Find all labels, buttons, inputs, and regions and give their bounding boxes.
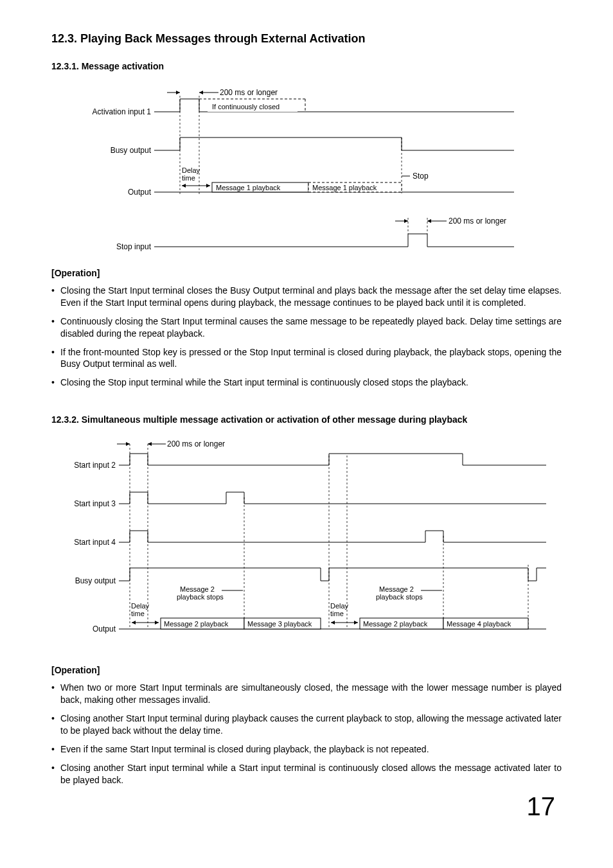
operation-heading-2: [Operation] — [51, 665, 562, 675]
label-time-2a: time — [131, 610, 145, 617]
label-time-2b: time — [330, 610, 344, 617]
label-cont-closed: If continuously closed — [212, 103, 280, 111]
label-start-input-4: Start input 4 — [74, 538, 116, 547]
label-200ms-d2: 200 ms or longer — [167, 439, 225, 448]
bullet-text: Even if the same Start Input terminal is… — [60, 743, 562, 756]
label-time-1: time — [182, 174, 195, 182]
bullet-text: Closing the Start Input terminal closes … — [60, 285, 562, 309]
bullet-text: Closing another Start input terminal whi… — [60, 762, 562, 786]
label-msg2-stops-a: Message 2 — [180, 585, 215, 593]
bullet-text: When two or more Start Input terminals a… — [60, 682, 562, 706]
label-delay-2a: Delay — [131, 602, 150, 610]
label-busy-output-1: Busy output — [111, 146, 152, 155]
label-start-input-2: Start input 2 — [74, 461, 116, 470]
subsection-2-title: 12.3.2. Simultaneous multiple message ac… — [51, 414, 562, 425]
document-page: 12.3. Playing Back Messages through Exte… — [0, 0, 613, 834]
label-output-1: Output — [128, 188, 152, 197]
subsection-1-title: 12.3.1. Message activation — [51, 61, 562, 71]
diagram-2: 200 ms or longer Start input 2 Start inp… — [51, 436, 562, 642]
bullet-text: Closing another Start Input terminal dur… — [60, 713, 562, 737]
label-msg2-stops-a2: playback stops — [177, 593, 224, 601]
section-title: 12.3. Playing Back Messages through Exte… — [51, 32, 562, 46]
page-number: 17 — [51, 792, 562, 821]
label-stop-input: Stop input — [116, 242, 152, 251]
label-start-input-3: Start input 3 — [74, 499, 116, 508]
bullet-text: If the front-mounted Stop key is pressed… — [60, 346, 562, 371]
label-delay-1: Delay — [182, 166, 200, 174]
label-delay-2b: Delay — [330, 602, 349, 610]
bullets-2: •When two or more Start Input terminals … — [51, 682, 562, 786]
label-msg4: Message 4 playback — [447, 620, 511, 628]
label-busy-output-2: Busy output — [75, 576, 116, 585]
label-200ms-1: 200 ms or longer — [220, 88, 278, 97]
label-msg3: Message 3 playback — [247, 620, 312, 628]
diagram-1: 200 ms or longer Activation input 1 If c… — [51, 83, 562, 256]
label-200ms-2: 200 ms or longer — [449, 217, 506, 226]
bullet-text: Continuously closing the Start Input ter… — [60, 315, 562, 340]
label-msg2-stops-b: Message 2 — [379, 585, 414, 593]
bullets-1: •Closing the Start Input terminal closes… — [51, 285, 562, 389]
operation-heading-1: [Operation] — [51, 268, 562, 278]
label-msg2b: Message 2 playback — [363, 620, 428, 628]
label-output-2: Output — [93, 624, 116, 633]
label-msg2-stops-b2: playback stops — [376, 593, 423, 601]
label-activation-input-1: Activation input 1 — [93, 107, 152, 116]
label-msg1a: Message 1 playback — [216, 184, 281, 191]
label-msg1b: Message 1 playback — [312, 184, 377, 191]
label-stop: Stop — [413, 172, 429, 181]
bullet-text: Closing the Stop input terminal while th… — [60, 376, 562, 389]
label-msg2a: Message 2 playback — [164, 620, 229, 628]
